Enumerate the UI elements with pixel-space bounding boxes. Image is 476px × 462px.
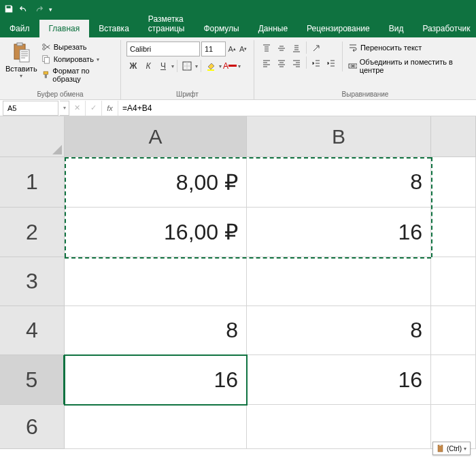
wrap-text-label: Переносить текст [360,44,422,52]
increase-indent-icon[interactable] [324,56,338,70]
merge-center-button[interactable]: Объединить и поместить в центре [347,56,471,76]
alignment-group-label: Выравнивание [254,90,476,98]
clipboard-small-icon [437,444,445,452]
save-icon[interactable] [4,4,14,16]
fill-color-button[interactable] [204,59,218,73]
row-header-5[interactable]: 5 [0,355,65,405]
italic-button[interactable]: К [141,59,155,73]
column-header-B[interactable]: B [247,116,431,157]
svg-rect-1 [17,43,22,46]
svg-rect-4 [44,57,49,63]
copy-marquee [65,257,431,259]
copy-icon [41,54,51,64]
cell-B2[interactable]: 16 [247,208,431,257]
align-center-icon[interactable] [275,56,288,70]
column-header-C[interactable] [431,116,476,157]
font-color-button[interactable]: A [223,59,237,73]
tab-home[interactable]: Главная [39,20,90,37]
tab-view[interactable]: Вид [379,20,413,37]
cut-label: Вырезать [54,43,87,51]
font-name-input[interactable] [126,42,200,56]
chevron-down-icon: ▾ [464,446,466,452]
orientation-icon[interactable] [309,42,323,55]
merge-center-label: Объединить и поместить в центре [360,58,469,74]
font-group-label: Шрифт [121,90,254,98]
tab-insert[interactable]: Вставка [89,20,139,37]
column-header-A[interactable]: A [65,116,247,157]
bold-button[interactable]: Ж [126,59,140,73]
tab-file[interactable]: Файл [0,20,39,37]
cell-C2[interactable] [431,208,476,257]
cell-A1[interactable]: 8,00 ₽ [65,157,247,208]
wrap-text-button[interactable]: Переносить текст [347,42,471,54]
cell-C5[interactable] [431,355,476,405]
ribbon-group-clipboard: Вставить ▾ Вырезать Копировать ▾ Формат … [0,40,121,99]
underline-button[interactable]: Ч [156,59,170,73]
align-bottom-icon[interactable] [290,42,303,55]
paste-options-button[interactable]: (Ctrl) ▾ [432,442,471,455]
align-top-icon[interactable] [260,42,273,55]
spreadsheet-grid: A B 1 8,00 ₽ 8 2 16,00 ₽ 16 3 4 8 8 [0,116,476,449]
decrease-indent-icon[interactable] [309,56,323,70]
align-left-icon[interactable] [260,56,273,70]
format-painter-label: Формат по образцу [52,67,114,83]
cell-A5[interactable]: 16 [65,355,247,405]
cut-button[interactable]: Вырезать [40,42,115,52]
enter-formula-icon[interactable]: ✓ [86,101,102,116]
font-size-input[interactable] [201,42,226,56]
cancel-formula-icon[interactable]: ✕ [69,101,86,116]
row-header-2[interactable]: 2 [0,208,65,257]
copy-marquee [65,157,66,257]
decrease-font-icon[interactable]: A▾ [239,42,249,56]
cell-B4[interactable]: 8 [247,306,431,355]
cell-A6[interactable] [65,405,247,449]
undo-icon[interactable] [19,4,29,16]
row-header-1[interactable]: 1 [0,157,65,208]
tab-developer[interactable]: Разработчик [413,20,476,37]
wrap-text-icon [348,43,358,52]
copy-label: Копировать [54,55,94,63]
row-header-6[interactable]: 6 [0,405,65,449]
cell-A4[interactable]: 8 [65,306,247,355]
cell-A3[interactable] [65,257,247,306]
cell-B1[interactable]: 8 [247,157,431,208]
scissors-icon [41,42,51,52]
cell-C1[interactable] [431,157,476,208]
paste-label: Вставить [5,65,37,73]
row-header-4[interactable]: 4 [0,306,65,355]
increase-font-icon[interactable]: A▴ [227,42,237,56]
svg-rect-8 [207,69,214,71]
tab-data[interactable]: Данные [249,20,297,37]
cell-C4[interactable] [431,306,476,355]
borders-button[interactable] [180,59,194,73]
tab-review[interactable]: Рецензирование [297,20,379,37]
ribbon-group-font: A▴ A▾ Ж К Ч ▾ ▾ ▾ A ▾ Шрифт [121,40,254,99]
cell-B5[interactable]: 16 [247,355,431,405]
ribbon: Вставить ▾ Вырезать Копировать ▾ Формат … [0,37,476,100]
cell-B3[interactable] [247,257,431,306]
select-all-corner[interactable] [0,116,65,157]
qat-customize-icon[interactable]: ▾ [49,6,52,13]
ribbon-tabs: Файл Главная Вставка Разметка страницы Ф… [0,19,476,37]
cell-B6[interactable] [247,405,431,449]
quick-access-toolbar: ▾ [0,0,476,19]
copy-marquee [65,157,431,159]
fx-icon[interactable]: fx [102,101,118,116]
svg-rect-5 [44,71,48,74]
cell-C3[interactable] [431,257,476,306]
formula-bar: ▾ ✕ ✓ fx [0,100,476,116]
copy-button[interactable]: Копировать ▾ [40,54,115,65]
format-painter-button[interactable]: Формат по образцу [40,66,115,84]
name-box[interactable] [3,101,58,116]
formula-input[interactable] [118,101,476,116]
align-middle-icon[interactable] [275,42,288,55]
svg-rect-6 [44,74,46,78]
name-box-dropdown-icon[interactable]: ▾ [60,101,69,116]
tab-formulas[interactable]: Формулы [194,20,248,37]
cell-A2[interactable]: 16,00 ₽ [65,208,247,257]
tab-page-layout[interactable]: Разметка страницы [139,10,194,37]
row-header-3[interactable]: 3 [0,257,65,306]
align-right-icon[interactable] [290,56,303,70]
merge-icon [348,61,357,71]
redo-icon[interactable] [34,4,44,16]
